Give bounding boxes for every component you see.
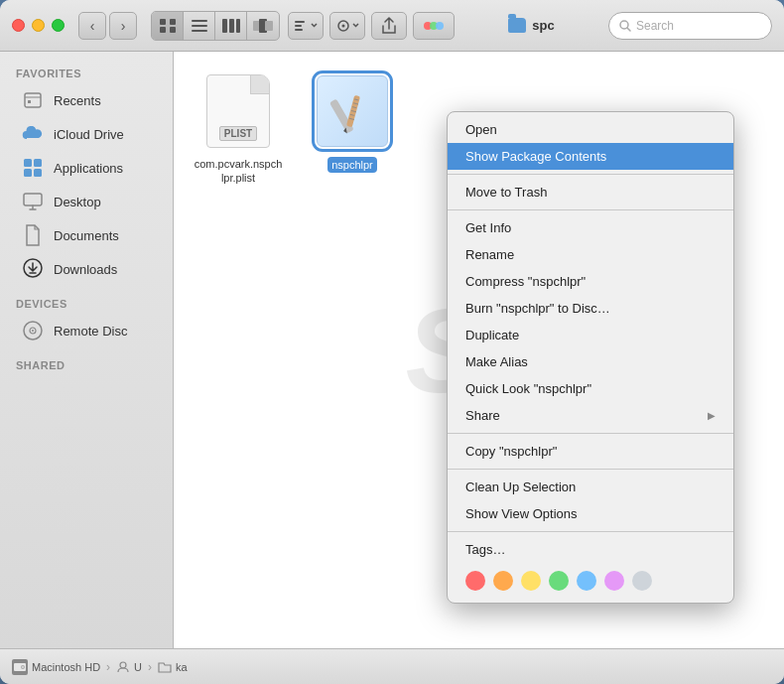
nav-buttons: ‹ › xyxy=(78,12,137,40)
context-menu-show-package-label: Show Package Contents xyxy=(465,149,606,164)
plist-file-label: com.pcvark.nspchlpr.plist xyxy=(194,157,283,186)
tag-gray[interactable] xyxy=(632,571,652,591)
svg-rect-6 xyxy=(192,30,207,32)
file-area: SPC PLIST com.pcvark.nspchlpr.plist xyxy=(174,52,784,648)
tag-red[interactable] xyxy=(465,571,485,591)
column-view-button[interactable] xyxy=(215,12,247,40)
context-menu-duplicate[interactable]: Duplicate xyxy=(448,322,733,348)
breadcrumb-u[interactable]: U xyxy=(116,660,142,674)
svg-rect-24 xyxy=(24,159,32,167)
action-button[interactable] xyxy=(329,12,365,40)
context-menu-quick-look-label: Quick Look "nspchlpr" xyxy=(465,381,591,396)
share-arrow-icon: ▶ xyxy=(708,410,716,421)
sidebar-item-documents[interactable]: Documents xyxy=(6,219,167,251)
desktop-icon xyxy=(22,191,44,212)
close-button[interactable] xyxy=(12,19,25,32)
context-menu-get-info-label: Get Info xyxy=(465,220,511,235)
icloud-icon xyxy=(22,123,44,145)
sidebar-item-downloads[interactable]: Downloads xyxy=(6,253,167,285)
context-menu-show-package[interactable]: Show Package Contents xyxy=(448,143,733,170)
sidebar-item-applications[interactable]: Applications xyxy=(6,152,167,184)
title-bar: ‹ › xyxy=(0,0,784,52)
list-item[interactable]: nspchlpr xyxy=(313,71,392,186)
context-menu-move-trash-label: Move to Trash xyxy=(465,185,547,200)
tag-orange[interactable] xyxy=(493,571,513,591)
context-menu-open[interactable]: Open xyxy=(448,116,733,143)
breadcrumb-hd-label: Macintosh HD xyxy=(32,661,100,673)
tag-purple[interactable] xyxy=(604,571,624,591)
svg-rect-0 xyxy=(160,19,166,25)
breadcrumb-u-label: U xyxy=(134,661,142,673)
sidebar-item-remote-disc-label: Remote Disc xyxy=(54,324,127,339)
context-menu-clean-up-label: Clean Up Selection xyxy=(465,479,576,494)
search-box[interactable]: Search xyxy=(608,12,772,40)
finder-window: ‹ › xyxy=(0,0,784,684)
arrange-button[interactable] xyxy=(288,12,324,40)
downloads-icon xyxy=(22,258,44,280)
context-menu-compress-label: Compress "nspchlpr" xyxy=(465,274,586,289)
tag-button[interactable] xyxy=(413,12,455,40)
forward-button[interactable]: › xyxy=(109,12,137,40)
hd-icon xyxy=(12,659,28,675)
list-view-button[interactable] xyxy=(184,12,215,40)
sidebar-item-icloud[interactable]: iCloud Drive xyxy=(6,118,167,150)
svg-point-43 xyxy=(22,666,24,668)
maximize-button[interactable] xyxy=(52,19,65,32)
separator-1 xyxy=(448,174,733,175)
context-menu-duplicate-label: Duplicate xyxy=(465,328,519,342)
context-menu-quick-look[interactable]: Quick Look "nspchlpr" xyxy=(448,375,733,402)
context-menu-share-label: Share xyxy=(465,408,500,423)
context-menu-move-trash[interactable]: Move to Trash xyxy=(448,179,733,205)
view-mode-buttons xyxy=(151,11,280,41)
context-menu-copy[interactable]: Copy "nspchlpr" xyxy=(448,438,733,465)
context-menu-make-alias[interactable]: Make Alias xyxy=(448,348,733,375)
context-menu-get-info[interactable]: Get Info xyxy=(448,214,733,241)
sidebar-item-documents-label: Documents xyxy=(54,228,119,243)
context-menu-rename[interactable]: Rename xyxy=(448,241,733,268)
applications-icon xyxy=(22,157,44,179)
tag-yellow[interactable] xyxy=(521,571,541,591)
svg-rect-22 xyxy=(25,93,41,107)
context-menu-tags-label: Tags… xyxy=(465,542,505,557)
back-button[interactable]: ‹ xyxy=(78,12,106,40)
sidebar-item-recents[interactable]: Recents xyxy=(6,84,167,116)
svg-rect-12 xyxy=(265,21,273,31)
plist-badge: PLIST xyxy=(219,126,257,141)
context-menu-burn[interactable]: Burn "nspchlpr" to Disc… xyxy=(448,295,733,322)
sidebar-item-icloud-label: iCloud Drive xyxy=(54,127,124,142)
context-menu-rename-label: Rename xyxy=(465,247,514,262)
context-menu-tags[interactable]: Tags… xyxy=(448,536,733,563)
minimize-button[interactable] xyxy=(32,19,45,32)
sidebar-item-remote-disc[interactable]: Remote Disc xyxy=(6,315,167,346)
svg-rect-5 xyxy=(192,25,207,27)
sidebar-item-desktop[interactable]: Desktop xyxy=(6,186,167,217)
context-menu-clean-up[interactable]: Clean Up Selection xyxy=(448,474,733,500)
svg-point-20 xyxy=(436,22,444,30)
context-menu-compress[interactable]: Compress "nspchlpr" xyxy=(448,268,733,295)
svg-rect-3 xyxy=(170,27,176,33)
breadcrumb-hd[interactable]: Macintosh HD xyxy=(12,659,100,675)
separator-3 xyxy=(448,433,733,434)
main-area: Favorites Recents iCloud Driv xyxy=(0,52,784,648)
svg-rect-28 xyxy=(24,194,42,205)
svg-rect-15 xyxy=(295,29,303,31)
breadcrumb-sep-1: › xyxy=(106,660,110,674)
tag-green[interactable] xyxy=(549,571,569,591)
svg-point-17 xyxy=(341,24,344,27)
cover-view-button[interactable] xyxy=(247,12,279,40)
svg-rect-1 xyxy=(170,19,176,25)
tag-blue[interactable] xyxy=(577,571,596,591)
context-menu-open-label: Open xyxy=(465,122,497,137)
svg-rect-25 xyxy=(34,159,42,167)
favorites-label: Favorites xyxy=(0,64,173,83)
list-item[interactable]: PLIST com.pcvark.nspchlpr.plist xyxy=(194,71,283,186)
svg-point-44 xyxy=(120,662,126,668)
share-button[interactable] xyxy=(371,12,407,40)
breadcrumb-ka-label: ka xyxy=(176,661,188,673)
context-menu-show-view-options[interactable]: Show View Options xyxy=(448,500,733,527)
icon-view-button[interactable] xyxy=(152,12,184,40)
breadcrumb-ka[interactable]: ka xyxy=(158,661,188,673)
sidebar-item-recents-label: Recents xyxy=(54,93,101,108)
context-menu-share[interactable]: Share ▶ xyxy=(448,402,733,429)
plist-file-icon-wrapper: PLIST xyxy=(198,71,278,151)
